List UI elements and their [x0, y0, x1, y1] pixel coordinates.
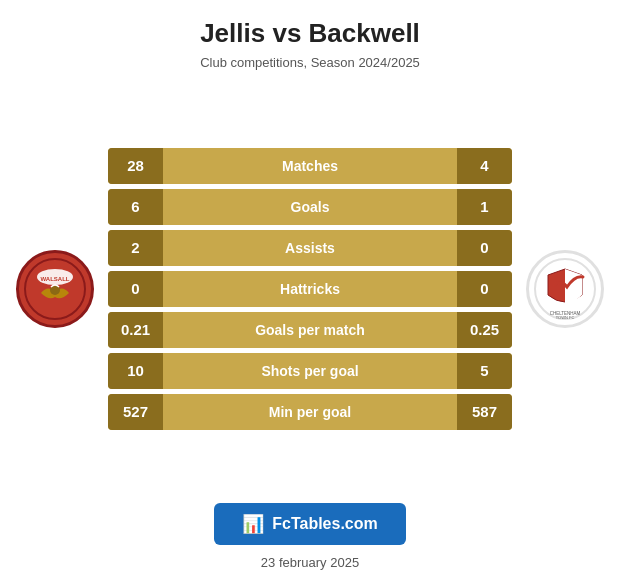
stat-right-hattricks: 0 — [457, 271, 512, 307]
page-container: Jellis vs Backwell Club competitions, Se… — [0, 0, 620, 580]
stat-row-shots-per-goal: 10 Shots per goal 5 — [108, 353, 512, 389]
match-subtitle: Club competitions, Season 2024/2025 — [200, 55, 420, 70]
stat-label-gpm: Goals per match — [163, 322, 457, 338]
stat-left-matches: 28 — [108, 148, 163, 184]
stat-left-spg: 10 — [108, 353, 163, 389]
fctables-banner[interactable]: 📊 FcTables.com — [214, 503, 406, 545]
match-title: Jellis vs Backwell — [200, 18, 420, 49]
stat-right-spg: 5 — [457, 353, 512, 389]
stat-label-hattricks: Hattricks — [163, 281, 457, 297]
fctables-text: FcTables.com — [272, 515, 378, 533]
stat-row-assists: 2 Assists 0 — [108, 230, 512, 266]
stat-label-mpg: Min per goal — [163, 404, 457, 420]
stat-right-assists: 0 — [457, 230, 512, 266]
right-team-logo: CHELTENHAM TOWN FC — [520, 250, 610, 328]
stat-row-goals: 6 Goals 1 — [108, 189, 512, 225]
stat-row-min-per-goal: 527 Min per goal 587 — [108, 394, 512, 430]
stat-left-assists: 2 — [108, 230, 163, 266]
stat-row-matches: 28 Matches 4 — [108, 148, 512, 184]
stat-right-goals: 1 — [457, 189, 512, 225]
stats-section: WALSALL FC 28 Matches 4 6 Goals 1 — [10, 88, 610, 489]
stat-right-mpg: 587 — [457, 394, 512, 430]
stat-left-goals: 6 — [108, 189, 163, 225]
stat-right-gpm: 0.25 — [457, 312, 512, 348]
stat-left-gpm: 0.21 — [108, 312, 163, 348]
stat-label-goals: Goals — [163, 199, 457, 215]
footer-date: 23 february 2025 — [261, 555, 359, 570]
stat-row-hattricks: 0 Hattricks 0 — [108, 271, 512, 307]
svg-text:WALSALL: WALSALL — [41, 276, 70, 282]
stat-left-hattricks: 0 — [108, 271, 163, 307]
stat-label-spg: Shots per goal — [163, 363, 457, 379]
stat-left-mpg: 527 — [108, 394, 163, 430]
left-team-logo: WALSALL FC — [10, 250, 100, 328]
stat-right-matches: 4 — [457, 148, 512, 184]
fctables-icon: 📊 — [242, 513, 264, 535]
walsall-logo: WALSALL FC — [16, 250, 94, 328]
stat-rows-container: 28 Matches 4 6 Goals 1 2 Assists 0 0 Hat… — [100, 148, 520, 430]
svg-text:TOWN FC: TOWN FC — [556, 315, 575, 320]
cheltenham-logo: CHELTENHAM TOWN FC — [526, 250, 604, 328]
stat-label-matches: Matches — [163, 158, 457, 174]
stat-label-assists: Assists — [163, 240, 457, 256]
stat-row-goals-per-match: 0.21 Goals per match 0.25 — [108, 312, 512, 348]
